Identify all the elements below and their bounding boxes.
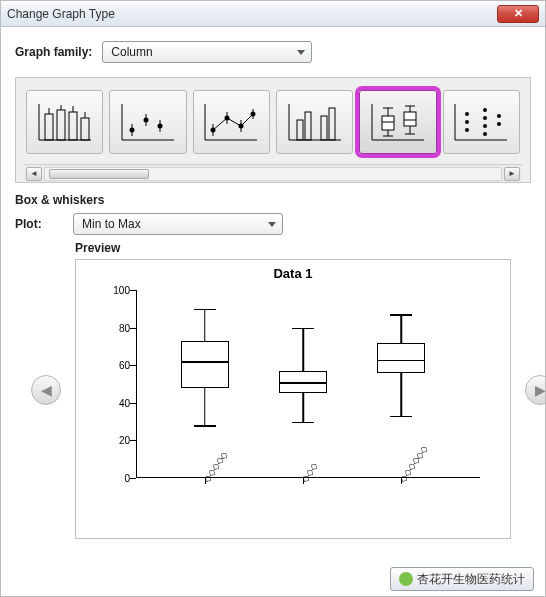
svg-point-22 — [239, 124, 244, 129]
svg-point-13 — [143, 118, 148, 123]
svg-point-55 — [497, 114, 501, 118]
preview-next-button[interactable]: ▶ — [525, 375, 546, 405]
dialog-content: Graph family: Column ◄ ► Box & whiskers … — [1, 27, 545, 545]
title-bar: Change Graph Type ✕ — [1, 1, 545, 27]
svg-point-21 — [225, 116, 230, 121]
svg-point-23 — [251, 112, 256, 117]
y-tick-label: 100 — [104, 285, 130, 296]
graph-type-gallery: ◄ ► — [15, 77, 531, 183]
gallery-scrollbar[interactable]: ◄ ► — [24, 164, 522, 182]
scroll-right-button[interactable]: ► — [504, 167, 520, 181]
chevron-down-icon — [297, 50, 305, 55]
wechat-icon — [399, 572, 413, 586]
svg-rect-31 — [305, 112, 311, 140]
plot-value: Min to Max — [82, 217, 141, 231]
graph-family-row: Graph family: Column — [15, 41, 531, 63]
graph-family-select[interactable]: Column — [102, 41, 312, 63]
preview-area: Preview ◀ ▶ Data 1 020406080100◇◇◇◇◇◇◇◇◇… — [75, 241, 511, 539]
scatter-thumb[interactable] — [109, 90, 186, 154]
box-plot-item — [279, 290, 327, 478]
graph-family-label: Graph family: — [15, 45, 92, 59]
svg-point-14 — [157, 124, 162, 129]
y-tick — [130, 290, 136, 291]
svg-rect-30 — [297, 120, 303, 140]
y-axis — [136, 290, 137, 478]
bar-thumb[interactable] — [26, 90, 103, 154]
subtype-title: Box & whiskers — [15, 193, 531, 207]
y-tick-label: 20 — [104, 435, 130, 446]
preview-label: Preview — [75, 241, 511, 255]
svg-point-50 — [465, 128, 469, 132]
svg-rect-32 — [321, 116, 327, 140]
box-whisker-thumb[interactable] — [359, 90, 436, 154]
scroll-handle[interactable] — [49, 169, 149, 179]
y-tick — [130, 328, 136, 329]
svg-point-56 — [497, 122, 501, 126]
dot-column-thumb[interactable] — [443, 90, 520, 154]
svg-rect-5 — [81, 118, 89, 140]
svg-point-52 — [483, 116, 487, 120]
subtype-section: Box & whiskers Plot: Min to Max — [15, 193, 531, 235]
svg-point-49 — [465, 120, 469, 124]
window-title: Change Graph Type — [7, 7, 115, 21]
close-icon: ✕ — [514, 7, 523, 20]
xy-scatter-thumb[interactable] — [193, 90, 270, 154]
triangle-left-icon: ◀ — [41, 382, 52, 398]
chart-title: Data 1 — [76, 260, 510, 281]
y-tick-label: 80 — [104, 322, 130, 333]
y-tick — [130, 440, 136, 441]
svg-rect-33 — [329, 108, 335, 140]
svg-point-53 — [483, 124, 487, 128]
close-button[interactable]: ✕ — [497, 5, 539, 23]
svg-rect-4 — [69, 112, 77, 140]
svg-point-51 — [483, 108, 487, 112]
y-tick — [130, 478, 136, 479]
svg-rect-39 — [382, 116, 394, 130]
triangle-right-icon: ▶ — [535, 382, 546, 398]
chevron-down-icon — [268, 222, 276, 227]
svg-rect-44 — [404, 112, 416, 126]
svg-rect-2 — [45, 114, 53, 140]
plot-label: Plot: — [15, 217, 63, 231]
chart-axes: 020406080100◇◇◇◇◇◇◇◇◇◇◇◇◇◇ — [136, 290, 480, 478]
svg-point-20 — [211, 128, 216, 133]
svg-point-48 — [465, 112, 469, 116]
plot-row: Plot: Min to Max — [15, 213, 531, 235]
footer-button[interactable]: 杏花开生物医药统计 — [390, 567, 534, 591]
svg-point-54 — [483, 132, 487, 136]
y-tick-label: 60 — [104, 360, 130, 371]
preview-chart: Data 1 020406080100◇◇◇◇◇◇◇◇◇◇◇◇◇◇ — [75, 259, 511, 539]
preview-prev-button[interactable]: ◀ — [31, 375, 61, 405]
graph-family-value: Column — [111, 45, 152, 59]
svg-rect-3 — [57, 110, 65, 140]
y-tick-label: 0 — [104, 473, 130, 484]
footer-button-label: 杏花开生物医药统计 — [417, 571, 525, 588]
y-tick — [130, 365, 136, 366]
grouped-bar-thumb[interactable] — [276, 90, 353, 154]
y-tick — [130, 403, 136, 404]
plot-select[interactable]: Min to Max — [73, 213, 283, 235]
scroll-track[interactable] — [44, 167, 502, 181]
svg-point-12 — [129, 128, 134, 133]
scroll-left-button[interactable]: ◄ — [26, 167, 42, 181]
y-tick-label: 40 — [104, 397, 130, 408]
